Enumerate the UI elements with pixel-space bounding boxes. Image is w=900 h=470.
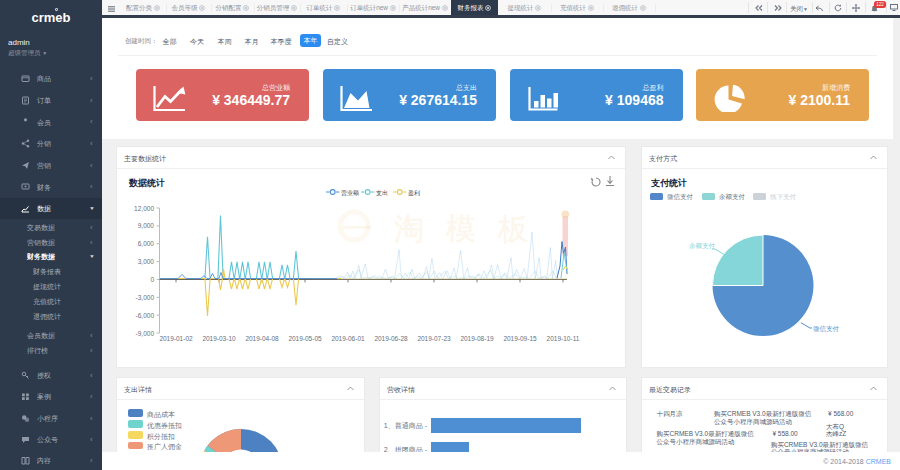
svg-text:2019-10-11: 2019-10-11 (547, 335, 580, 342)
svg-text:微信支付: 微信支付 (813, 325, 840, 333)
svg-text:2019-04-08: 2019-04-08 (245, 335, 279, 342)
svg-text:9,000: 9,000 (138, 222, 155, 229)
svg-text:12,000: 12,000 (134, 205, 154, 212)
svg-text:2019-07-23: 2019-07-23 (417, 335, 451, 342)
svg-text:盈利: 盈利 (408, 189, 420, 197)
svg-text:2019-05-05: 2019-05-05 (288, 335, 322, 342)
svg-text:-6,000: -6,000 (136, 312, 155, 319)
svg-text:余额支付: 余额支付 (689, 242, 716, 250)
svg-text:营业额: 营业额 (341, 189, 359, 197)
svg-text:0: 0 (150, 276, 154, 283)
svg-text:一淘模板: 一淘模板 (342, 212, 550, 245)
svg-text:2019-06-28: 2019-06-28 (374, 335, 408, 342)
svg-text:-9,000: -9,000 (136, 330, 155, 337)
svg-text:6,000: 6,000 (138, 240, 155, 247)
svg-text:3,000: 3,000 (138, 258, 155, 265)
svg-text:2019-01-02: 2019-01-02 (159, 335, 193, 342)
svg-text:2019-06-01: 2019-06-01 (331, 335, 365, 342)
svg-text:2019-03-10: 2019-03-10 (202, 335, 236, 342)
svg-text:-3,000: -3,000 (136, 294, 155, 301)
svg-text:支出: 支出 (376, 190, 388, 197)
svg-text:2019-09-15: 2019-09-15 (503, 335, 537, 342)
svg-text:2019-08-19: 2019-08-19 (460, 335, 494, 342)
